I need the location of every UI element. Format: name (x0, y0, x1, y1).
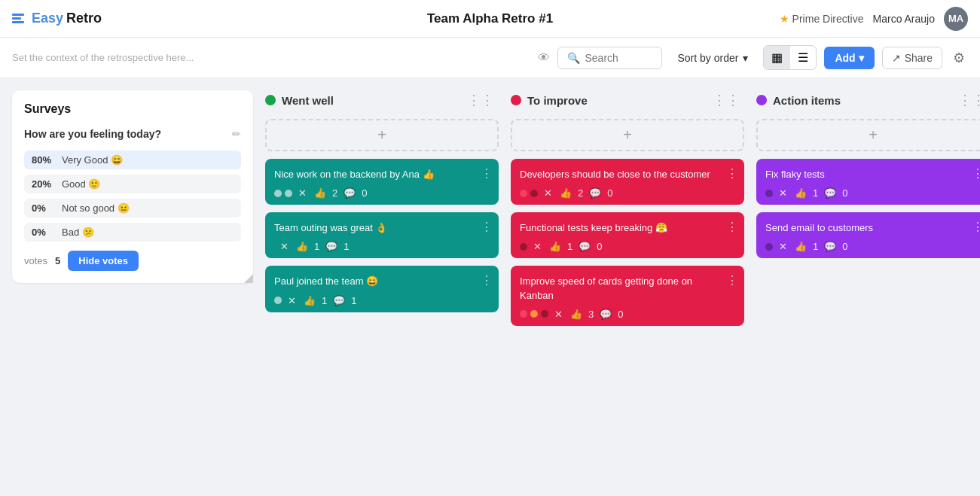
card-menu-button-8[interactable]: ⋮ (972, 220, 980, 234)
card-menu-button-6[interactable]: ⋮ (726, 273, 738, 288)
search-input[interactable] (585, 52, 652, 64)
dot-3a (274, 297, 282, 304)
avatar[interactable]: MA (944, 7, 968, 31)
card-delete-6[interactable]: ✕ (553, 309, 564, 320)
card-menu-button-7[interactable]: ⋮ (972, 166, 980, 181)
column-header-action-items: Action items ⋮⋮ (756, 90, 980, 110)
card-menu-button-5[interactable]: ⋮ (726, 220, 738, 234)
card-comment-1[interactable]: 💬 (342, 187, 357, 199)
settings-button[interactable]: ⚙ (950, 47, 968, 69)
column-header-went-well: Went well ⋮⋮ (265, 90, 499, 110)
card-menu-button-2[interactable]: ⋮ (481, 220, 493, 234)
card-like-3[interactable]: 👍 (302, 295, 317, 306)
card-comment-7[interactable]: 💬 (823, 187, 838, 199)
card-delete-7[interactable]: ✕ (777, 187, 789, 199)
column-header-to-improve: To improve ⋮⋮ (511, 90, 744, 110)
column-menu-to-improve[interactable]: ⋮⋮ (708, 90, 744, 110)
survey-label-2: Good 🙂 (62, 178, 100, 190)
card-menu-button-3[interactable]: ⋮ (481, 273, 493, 288)
card-comment-8[interactable]: 💬 (823, 241, 838, 252)
hide-votes-button[interactable]: Hide votes (68, 251, 139, 271)
card-comment-count-4: 0 (607, 187, 612, 199)
card-text-5: Functional tests keep breaking 😤 (520, 221, 735, 235)
card-footer-3: ✕ 👍 1 💬 1 (274, 295, 490, 306)
card-comment-4[interactable]: 💬 (588, 187, 603, 199)
card-like-count-3: 1 (322, 295, 327, 306)
card-footer-8: ✕ 👍 1 💬 0 (765, 241, 980, 252)
add-button[interactable]: Add ▾ (824, 47, 874, 69)
sort-button[interactable]: Sort by order ▾ (670, 47, 756, 68)
add-card-went-well-button[interactable]: + (265, 119, 499, 151)
card-like-1[interactable]: 👍 (313, 187, 328, 199)
toggle-visibility-button[interactable]: 👁 (538, 51, 550, 65)
card-delete-2[interactable]: ✕ (279, 241, 290, 252)
logo[interactable]: EasyRetro (12, 11, 102, 26)
share-label: Share (905, 52, 933, 64)
column-went-well: Went well ⋮⋮ + ⋮ Nice work on the backen… (265, 90, 499, 483)
share-button[interactable]: ↗ Share (882, 47, 942, 69)
grid-view-button[interactable]: ▦ (764, 46, 790, 69)
survey-votes: votes 5 Hide votes (24, 251, 241, 271)
add-card-to-improve-button[interactable]: + (511, 119, 744, 151)
card-delete-1[interactable]: ✕ (297, 187, 308, 199)
page-title: Team Alpha Retro #1 (427, 11, 553, 26)
app-header: EasyRetro Team Alpha Retro #1 ★ Prime Di… (0, 0, 980, 38)
card-went-well-1: ⋮ Nice work on the backend by Ana 👍 ✕ 👍 … (265, 159, 499, 205)
card-delete-3[interactable]: ✕ (286, 295, 298, 306)
card-like-count-8: 1 (813, 241, 818, 252)
card-like-6[interactable]: 👍 (569, 309, 584, 320)
dot-4b (530, 190, 538, 197)
logo-bar-1 (12, 14, 24, 16)
context-text[interactable]: Set the context of the retrospective her… (12, 52, 530, 63)
card-text-2: Team outing was great 👌 (274, 221, 490, 235)
card-dots-7 (765, 190, 773, 197)
column-title-went-well: Went well (282, 94, 456, 107)
column-action-items: Action items ⋮⋮ + ⋮ Fix flaky tests ✕ 👍 … (756, 90, 980, 483)
card-delete-8[interactable]: ✕ (777, 241, 789, 252)
card-like-5[interactable]: 👍 (548, 241, 563, 252)
card-menu-button-4[interactable]: ⋮ (726, 166, 738, 181)
survey-pct-1: 80% (32, 154, 56, 166)
dot-5a (520, 243, 527, 251)
card-delete-4[interactable]: ✕ (542, 187, 554, 199)
logo-easy: Easy (32, 11, 63, 26)
card-text-4: Developers should be close to the custom… (520, 168, 735, 181)
card-like-count-5: 1 (567, 241, 572, 252)
column-menu-action-items[interactable]: ⋮⋮ (954, 90, 980, 110)
list-view-button[interactable]: ☰ (790, 46, 816, 69)
card-text-3: Paul joined the team 😄 (274, 275, 490, 288)
card-comment-3[interactable]: 💬 (331, 295, 347, 306)
dot-6c (541, 310, 548, 318)
edit-question-button[interactable]: ✏ (232, 128, 241, 140)
survey-label-1: Very Good 😄 (62, 154, 123, 166)
card-comment-count-5: 0 (597, 241, 602, 252)
card-like-count-2: 1 (314, 241, 319, 252)
prime-directive-link[interactable]: ★ Prime Directive (780, 13, 864, 25)
user-name[interactable]: Marco Araujo (873, 13, 935, 25)
card-comment-count-2: 1 (343, 241, 349, 252)
view-toggle: ▦ ☰ (763, 45, 817, 70)
dot-8a (765, 243, 773, 251)
column-menu-went-well[interactable]: ⋮⋮ (463, 90, 499, 110)
chevron-down-icon: ▾ (743, 52, 748, 64)
card-delete-5[interactable]: ✕ (532, 241, 543, 252)
star-icon: ★ (780, 13, 789, 25)
card-like-8[interactable]: 👍 (793, 241, 808, 252)
survey-question-text: How are you feeling today? (24, 128, 161, 140)
card-comment-2[interactable]: 💬 (324, 241, 339, 252)
card-like-count-4: 2 (578, 187, 583, 199)
survey-label-4: Bad 😕 (62, 227, 94, 238)
card-like-2[interactable]: 👍 (295, 241, 310, 252)
add-card-action-items-button[interactable]: + (756, 119, 980, 151)
logo-bar-2 (12, 17, 21, 20)
card-comment-6[interactable]: 💬 (598, 309, 613, 320)
card-like-7[interactable]: 👍 (793, 187, 808, 199)
survey-option-3: 0% Not so good 😐 (24, 199, 241, 218)
card-comment-5[interactable]: 💬 (577, 241, 592, 252)
card-dots-4 (520, 190, 538, 197)
votes-label: votes (24, 255, 47, 266)
resize-handle[interactable] (244, 274, 253, 283)
card-like-4[interactable]: 👍 (558, 187, 573, 199)
share-icon: ↗ (892, 52, 901, 64)
card-menu-button-1[interactable]: ⋮ (481, 166, 493, 181)
